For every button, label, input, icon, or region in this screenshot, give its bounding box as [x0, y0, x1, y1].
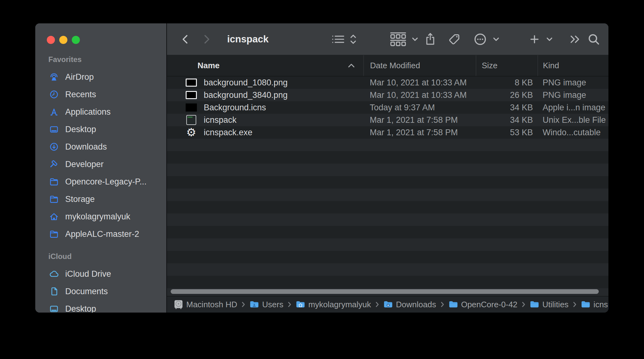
chevron-right-icon: [202, 33, 212, 45]
group-by-button[interactable]: [387, 23, 422, 55]
view-switcher-button[interactable]: [329, 23, 360, 55]
zoom-button[interactable]: [72, 36, 80, 44]
sidebar-item-label: Desktop: [65, 304, 96, 313]
column-header-date-modified[interactable]: Date Modified: [363, 55, 476, 76]
sidebar-item-label: Applications: [65, 107, 111, 117]
desktop-background: Favorites AirDrop Recents: [0, 0, 644, 359]
folder-icon: [449, 300, 458, 309]
column-label: Name: [198, 61, 220, 70]
folder-icon: [48, 228, 60, 240]
sort-chevrons-icon: [349, 33, 357, 45]
magnifier-icon: [587, 32, 601, 46]
file-row[interactable]: ⚙ icnspack.exe Mar 1, 2021 at 7:58 PM 53…: [167, 126, 608, 139]
file-list: background_1080.png Mar 10, 2021 at 10:3…: [167, 76, 608, 296]
file-date: Mar 10, 2021 at 10:33 AM: [363, 78, 476, 88]
file-row[interactable]: Background.icns Today at 9:37 AM 34 KB A…: [167, 101, 608, 114]
main-area: icnspack: [166, 23, 608, 313]
airdrop-icon: [48, 71, 60, 83]
chevron-down-icon: [546, 36, 553, 43]
file-kind: PNG image: [538, 78, 608, 88]
file-name: background_3840.png: [204, 90, 288, 100]
file-kind: PNG image: [538, 90, 608, 100]
file-date: Mar 10, 2021 at 10:33 AM: [363, 90, 476, 100]
file-row[interactable]: background_1080.png Mar 10, 2021 at 10:3…: [167, 76, 608, 89]
sidebar-item-airdrop[interactable]: AirDrop: [45, 68, 156, 86]
chevron-down-icon: [411, 36, 419, 43]
sidebar-item-label: iCloud Drive: [65, 269, 111, 279]
sidebar-item-label: Storage: [65, 194, 95, 204]
back-button[interactable]: [178, 23, 193, 55]
sidebar-item-home[interactable]: mykolagrymalyuk: [45, 208, 156, 225]
home-icon: [48, 211, 60, 222]
file-date: Mar 1, 2021 at 7:58 PM: [363, 115, 476, 125]
file-row[interactable]: icnspack Mar 1, 2021 at 7:58 PM 34 KB Un…: [167, 114, 608, 126]
sidebar-item-opencore-legacy[interactable]: Opencore-Legacy-P...: [45, 173, 156, 190]
close-button[interactable]: [47, 36, 55, 44]
file-size: 53 KB: [476, 128, 538, 137]
path-item-icnspack[interactable]: icnspack: [581, 300, 608, 309]
hammer-icon: [48, 159, 60, 170]
unix-executable-icon: [185, 115, 198, 125]
sidebar-item-label: AppleALC-master-2: [65, 229, 139, 239]
horizontal-scrollbar[interactable]: [171, 289, 599, 294]
file-date: Today at 9:37 AM: [363, 103, 476, 112]
sidebar-item-label: Opencore-Legacy-P...: [65, 177, 147, 187]
sidebar-item-icloud-desktop[interactable]: Desktop: [45, 300, 156, 313]
tag-button[interactable]: [446, 23, 463, 55]
path-separator-icon: [572, 301, 577, 308]
path-item-utilities[interactable]: Utilities: [530, 300, 568, 309]
document-icon: [48, 286, 60, 297]
path-item-home[interactable]: mykolagrymalyuk: [296, 300, 371, 309]
search-button[interactable]: [585, 23, 603, 55]
sidebar-item-downloads[interactable]: Downloads: [45, 138, 156, 156]
chevron-left-icon: [180, 33, 190, 45]
toolbar: icnspack: [167, 23, 608, 55]
sidebar-item-icloud-drive[interactable]: iCloud Drive: [45, 265, 156, 283]
finder-window: Favorites AirDrop Recents: [35, 23, 608, 313]
path-item-opencore[interactable]: OpenCore-0-42: [449, 300, 518, 309]
plus-icon: [528, 33, 541, 45]
tag-icon: [448, 33, 461, 46]
path-item-label: Utilities: [542, 300, 568, 309]
path-item-label: Users: [262, 300, 283, 309]
file-date: Mar 1, 2021 at 7:58 PM: [363, 128, 476, 137]
path-item-label: mykolagrymalyuk: [308, 300, 371, 309]
sidebar-item-documents[interactable]: Documents: [45, 283, 156, 300]
column-header-kind[interactable]: Kind: [538, 55, 608, 76]
column-header-name[interactable]: Name: [167, 55, 363, 76]
minimize-button[interactable]: [59, 36, 67, 44]
folder-icon: [48, 176, 60, 187]
path-item-downloads[interactable]: Downloads: [383, 300, 436, 309]
traffic-lights: [47, 36, 80, 44]
sidebar-item-recents[interactable]: Recents: [45, 86, 156, 103]
window-title: icnspack: [227, 23, 269, 55]
icns-image-thumbnail: [185, 103, 198, 112]
clock-icon: [48, 89, 60, 100]
sidebar-item-developer[interactable]: Developer: [45, 156, 156, 173]
sidebar-item-label: Downloads: [65, 142, 107, 152]
path-item-macintosh-hd[interactable]: Macintosh HD: [174, 299, 237, 309]
forward-button[interactable]: [199, 23, 214, 55]
png-image-thumbnail: [185, 90, 198, 100]
column-header-size[interactable]: Size: [476, 55, 538, 76]
ellipsis-circle-icon: [473, 32, 487, 46]
chevron-down-icon: [492, 36, 500, 43]
file-name: background_1080.png: [204, 78, 288, 88]
sidebar-item-storage[interactable]: Storage: [45, 190, 156, 208]
toolbar-overflow-button[interactable]: [566, 23, 584, 55]
file-name: icnspack.exe: [204, 128, 252, 137]
file-row[interactable]: background_3840.png Mar 10, 2021 at 10:3…: [167, 89, 608, 101]
share-button[interactable]: [422, 23, 439, 55]
sidebar-item-applealc[interactable]: AppleALC-master-2: [45, 225, 156, 243]
path-item-users[interactable]: Users: [250, 300, 283, 309]
sidebar-item-applications[interactable]: Applications: [45, 103, 156, 121]
folder-downloads-icon: [383, 300, 393, 309]
file-name: icnspack: [204, 115, 237, 125]
column-label: Size: [482, 61, 498, 70]
sidebar-item-label: Documents: [65, 287, 108, 296]
sidebar-item-desktop[interactable]: Desktop: [45, 121, 156, 138]
new-item-button[interactable]: [524, 23, 557, 55]
more-actions-button[interactable]: [470, 23, 503, 55]
path-separator-icon: [375, 301, 380, 308]
path-item-label: OpenCore-0-42: [461, 300, 518, 309]
